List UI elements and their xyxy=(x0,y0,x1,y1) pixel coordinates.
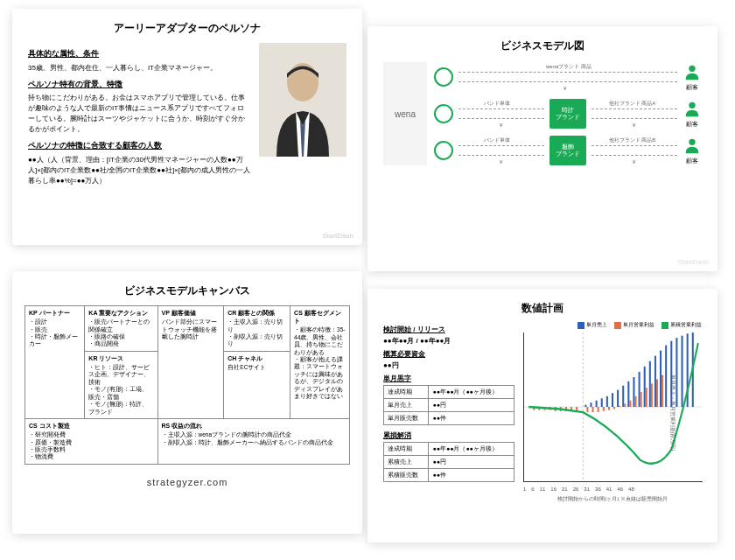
svg-rect-10 xyxy=(601,398,603,407)
svg-rect-9 xyxy=(596,401,598,407)
monthly-table: 達成時期●●年●●月（●●ヶ月後） 単月売上●●円 単月販売数●●件 xyxy=(383,385,514,425)
diagram-row-1: wenaブランド 商品¥ 顧客 xyxy=(434,62,702,92)
svg-rect-39 xyxy=(598,407,599,412)
svg-rect-49 xyxy=(651,383,653,407)
chart-legend: 単月売上 単月営業利益 累積営業利益 xyxy=(523,321,702,329)
persona-slide: アーリーアダプターのペルソナ 具体的な属性、条件 35歳、男性、都内在住、一人暮… xyxy=(12,9,362,245)
svg-rect-42 xyxy=(613,407,615,409)
slide-title: ビジネスモデル図 xyxy=(383,38,702,53)
arrows: 他社ブランド 商品A¥ xyxy=(592,105,677,122)
svg-rect-22 xyxy=(665,346,667,407)
svg-rect-15 xyxy=(627,382,629,407)
svg-point-2 xyxy=(689,66,695,72)
svg-rect-24 xyxy=(676,338,677,407)
arrows: 他社ブランド 商品B¥ xyxy=(592,142,677,159)
svg-rect-13 xyxy=(617,390,619,407)
watch-brand-box: 時計ブランド xyxy=(550,99,586,129)
svg-rect-8 xyxy=(590,402,592,407)
fashion-brand-box: 服飾ブランド xyxy=(550,136,586,165)
circle-icon xyxy=(434,67,453,87)
svg-rect-40 xyxy=(603,407,605,411)
slide-title: ビジネスモデルキャンバス xyxy=(24,284,350,298)
persona-h2: ペルソナ特有の背景、特徴 xyxy=(28,79,250,91)
svg-point-3 xyxy=(689,102,695,108)
svg-rect-14 xyxy=(622,386,624,407)
numbers-plan-slide: 数値計画 検討開始 / リリース ●●年●●月 / ●●年●●月 概算必要資金 … xyxy=(368,289,718,542)
slide-title: アーリーアダプターのペルソナ xyxy=(28,21,346,36)
svg-rect-17 xyxy=(639,372,640,407)
svg-rect-21 xyxy=(660,351,662,407)
canvas-slide: ビジネスモデルキャンバス KP パートナー・設計・販売・時計・服飾メーカー KA… xyxy=(12,271,362,534)
svg-rect-37 xyxy=(586,407,588,412)
footer-credit: strategyzer.com xyxy=(24,477,350,487)
persona-h1: 具体的な属性、条件 xyxy=(28,48,250,60)
customer-icon: 顧客 xyxy=(682,99,702,129)
svg-point-4 xyxy=(689,139,695,145)
svg-rect-19 xyxy=(649,361,651,407)
persona-p3: ●●人（人（背景、理由：[IT企業の30代男性マネージャーの人数●●万人]×[都… xyxy=(28,155,250,186)
svg-rect-50 xyxy=(656,379,658,407)
svg-rect-11 xyxy=(606,396,608,407)
arrows: wenaブランド 商品¥ xyxy=(458,68,677,86)
persona-p1: 35歳、男性、都内在住、一人暮らし、IT企業マネージャー。 xyxy=(28,63,250,74)
svg-rect-18 xyxy=(644,367,646,407)
svg-rect-20 xyxy=(654,356,656,407)
slide-title: 数値計画 xyxy=(383,301,702,316)
svg-rect-16 xyxy=(633,377,634,407)
svg-rect-43 xyxy=(619,406,620,407)
arrows: バンド単体¥ xyxy=(458,142,544,159)
x-axis-label: 検討開始からの時間(ヶ月) ※点線は販売開始月 xyxy=(523,495,702,503)
svg-rect-47 xyxy=(640,392,642,407)
svg-rect-44 xyxy=(624,403,626,407)
cumulative-table: 達成時期●●年●●月（●●ヶ月後） 累積売上●●円 累積販売数●●件 xyxy=(383,442,514,482)
customer-icon: 顧客 xyxy=(682,62,702,92)
bmc-table: KP パートナー・設計・販売・時計・服飾メーカー KA 重要なアクション・販売パ… xyxy=(24,305,350,465)
arrows: バンド単体¥ xyxy=(458,105,544,122)
svg-rect-38 xyxy=(592,407,594,412)
plan-left-column: 検討開始 / リリース ●●年●●月 / ●●年●●月 概算必要資金 ●●円 単… xyxy=(383,321,514,496)
svg-rect-46 xyxy=(634,396,636,407)
wena-block: wena xyxy=(383,62,427,165)
persona-h3: ペルソナの特徴に合致する顧客の人数 xyxy=(28,140,250,152)
svg-rect-25 xyxy=(682,336,683,407)
customer-icon: 顧客 xyxy=(682,136,702,165)
persona-p2: 持ち物にこだわりがある。お金はスマホアプリで管理している。仕事が趣味のような人で… xyxy=(28,93,250,135)
plan-chart: 単月売上 単月営業利益 累積営業利益 xyxy=(523,321,702,496)
diagram-row-2: バンド単体¥ 時計ブランド 他社ブランド 商品A¥ 顧客 xyxy=(434,99,702,129)
svg-rect-12 xyxy=(612,393,613,407)
x-ticks: 1 6 11 16 21 26 31 36 41 46 48 xyxy=(523,486,702,494)
circle-icon xyxy=(434,141,453,160)
svg-rect-51 xyxy=(662,375,663,407)
circle-icon xyxy=(434,104,453,123)
svg-rect-45 xyxy=(629,401,631,407)
persona-photo xyxy=(259,43,346,157)
diagram-row-3: バンド単体¥ 服飾ブランド 他社ブランド 商品B¥ 顧客 xyxy=(434,136,702,165)
svg-rect-41 xyxy=(608,407,610,410)
svg-rect-7 xyxy=(584,405,586,407)
watermark: StartDash xyxy=(677,258,709,266)
svg-rect-48 xyxy=(646,388,648,407)
watermark: StartDash xyxy=(322,232,354,240)
y-axis-label-right: 単月売上・単月営業利益(百万円) xyxy=(668,374,676,452)
bizmodel-diagram-slide: ビジネスモデル図 wena wenaブランド 商品¥ 顧客 バンド単体¥ 時計ブ… xyxy=(368,26,718,271)
